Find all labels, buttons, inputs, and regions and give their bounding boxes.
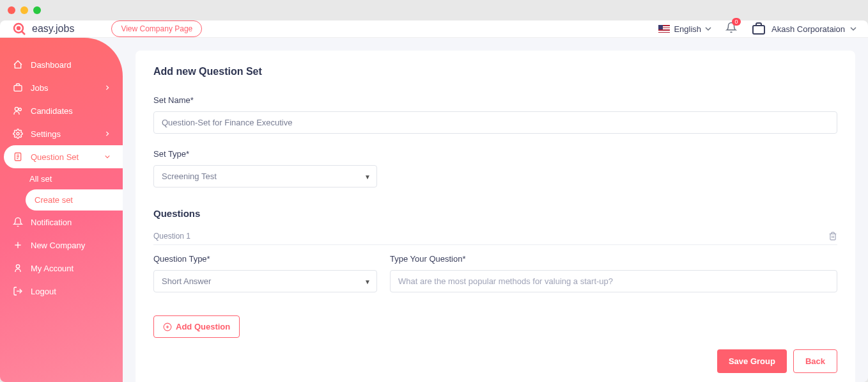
clipboard-icon [13,152,23,162]
sidebar-item-question-set[interactable]: Question Set [4,145,123,168]
set-name-label: Set Name* [153,95,837,105]
sidebar-item-label: New Company [31,241,85,250]
save-group-button[interactable]: Save Group [717,349,787,373]
app-container: easy.jobs View Company Page English 0 [0,20,868,382]
svg-rect-4 [14,86,22,92]
flag-icon [658,25,670,33]
notification-badge: 0 [732,18,741,26]
users-icon [13,106,23,116]
app-window: easy.jobs View Company Page English 0 [0,0,868,382]
sidebar-item-label: Question Set [31,152,79,162]
trash-icon[interactable] [828,232,837,241]
gear-icon [13,129,23,139]
question-text-label: Type Your Question* [390,254,837,264]
svg-point-7 [17,132,19,135]
set-name-input[interactable] [153,111,837,134]
back-button[interactable]: Back [793,349,837,373]
set-name-group: Set Name* [153,95,837,134]
sidebar-item-label: Logout [31,287,56,296]
logout-icon [13,286,23,296]
sidebar-item-label: Candidates [31,106,73,116]
sidebar-subitem-all-set[interactable]: All set [0,168,123,189]
question-text-column: Type Your Question* [390,254,837,292]
language-label: English [674,24,701,34]
svg-line-1 [22,31,25,35]
sidebar-item-logout[interactable]: Logout [0,280,123,303]
chevron-down-icon [105,154,110,159]
app-header: easy.jobs View Company Page English 0 [0,20,868,38]
sidebar-subitem-label: Create set [35,195,73,205]
language-selector[interactable]: English [658,24,711,34]
company-selector[interactable]: Akash Corporataion [751,21,856,36]
logo-icon [12,21,27,36]
question-number: Question 1 [153,232,190,241]
svg-point-2 [17,27,20,29]
close-window-icon[interactable] [8,6,15,14]
sidebar-item-label: Notification [31,218,72,227]
app-body: Dashboard Jobs Candidates Settings [0,38,868,382]
set-type-label: Set Type* [153,149,837,159]
plus-circle-icon [163,322,172,331]
set-type-group: Set Type* Screening Test ▼ [153,149,837,187]
sidebar-item-dashboard[interactable]: Dashboard [0,53,123,76]
page-title: Add new Question Set [153,66,837,77]
chevron-right-icon [105,85,110,90]
question-type-select[interactable]: Short Answer [153,270,377,292]
form-actions: Save Group Back [153,349,837,373]
maximize-window-icon[interactable] [33,6,41,14]
question-text-input[interactable] [390,270,837,292]
briefcase-icon [13,83,23,93]
svg-point-6 [19,108,21,111]
svg-point-5 [15,107,18,111]
add-question-label: Add Question [176,322,230,331]
question-type-label: Question Type* [153,254,377,264]
header-right: English 0 Akash Corporataion [658,21,856,36]
sidebar-item-candidates[interactable]: Candidates [0,99,123,122]
sidebar-item-notification[interactable]: Notification [0,211,123,234]
window-controls [8,6,41,14]
sidebar-item-label: My Account [31,264,74,273]
set-type-select[interactable]: Screening Test [153,165,377,187]
svg-point-11 [16,265,19,268]
add-question-button[interactable]: Add Question [153,315,240,338]
sidebar-item-my-account[interactable]: My Account [0,257,123,280]
logo-text: easy.jobs [32,23,74,35]
view-company-button[interactable]: View Company Page [111,20,202,37]
sidebar-item-jobs[interactable]: Jobs [0,76,123,99]
company-name: Akash Corporataion [771,24,845,34]
sidebar-item-label: Jobs [31,83,48,93]
chevron-down-icon [705,26,711,32]
question-row: Question Type* Short Answer ▼ Type Your … [153,254,837,292]
notification-button[interactable]: 0 [725,22,737,36]
user-icon [13,263,23,273]
briefcase-icon [751,21,766,36]
chevron-right-icon [105,131,110,136]
bell-icon [13,217,23,227]
home-icon [13,60,23,70]
sidebar-subitem-label: All set [29,174,52,184]
questions-section-title: Questions [153,208,837,219]
question-type-select-wrap: Short Answer ▼ [153,270,377,292]
question-type-column: Question Type* Short Answer ▼ [153,254,377,292]
main-content: Add new Question Set Set Name* Set Type*… [123,38,868,382]
plus-icon [13,240,23,250]
set-type-select-wrap: Screening Test ▼ [153,165,377,187]
sidebar-item-label: Dashboard [31,60,72,70]
sidebar-item-settings[interactable]: Settings [0,122,123,145]
question-header: Question 1 [153,228,837,245]
svg-rect-3 [753,26,764,34]
sidebar: Dashboard Jobs Candidates Settings [0,38,123,382]
card: Add new Question Set Set Name* Set Type*… [136,51,855,382]
sidebar-item-label: Settings [31,129,61,139]
sidebar-subitem-create-set[interactable]: Create set [26,189,123,211]
minimize-window-icon[interactable] [20,6,28,14]
logo[interactable]: easy.jobs [12,21,74,36]
sidebar-item-new-company[interactable]: New Company [0,234,123,257]
chevron-down-icon [850,26,856,32]
